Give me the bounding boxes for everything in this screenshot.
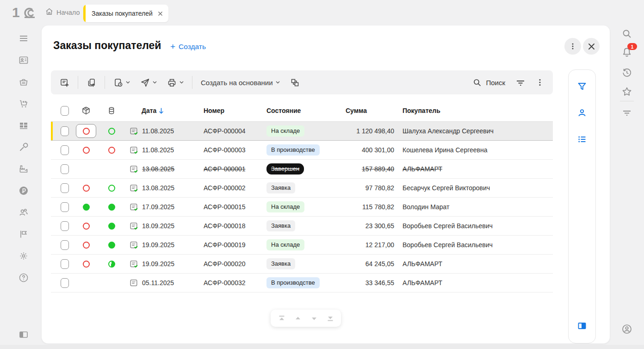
column-header-date[interactable]: Дата xyxy=(125,107,200,114)
print-button[interactable] xyxy=(162,74,189,91)
tools-wrench-icon[interactable] xyxy=(17,140,31,154)
document-icon xyxy=(130,222,138,231)
table-row[interactable]: 11.08.2025 АСФР-000004 На складе 1 120 4… xyxy=(51,122,553,141)
help-icon[interactable] xyxy=(17,271,31,285)
shipment-column-icon[interactable] xyxy=(74,106,98,115)
contacts-card-icon[interactable] xyxy=(17,53,31,67)
pay-status-icon xyxy=(108,204,115,211)
notifications-bell-icon[interactable]: 1 xyxy=(620,46,634,60)
menu-icon[interactable] xyxy=(17,31,31,45)
search-button[interactable]: Поиск xyxy=(468,74,510,91)
create-document-button[interactable] xyxy=(55,74,74,91)
row-date: 18.09.2025 xyxy=(142,222,174,230)
page-down-button[interactable] xyxy=(308,312,320,324)
document-schedule-button[interactable] xyxy=(108,74,135,91)
users-icon[interactable] xyxy=(17,206,31,219)
row-customer: Володин Марат xyxy=(402,203,450,211)
breadcrumb-home[interactable]: Начало xyxy=(45,8,80,17)
go-first-button[interactable] xyxy=(276,312,288,324)
coins-icon xyxy=(107,106,116,115)
window-close-button[interactable] xyxy=(583,38,600,55)
status-badge: На складе xyxy=(266,201,304,212)
dashboard-blocks-icon[interactable] xyxy=(17,118,31,132)
ship-status-cell xyxy=(76,219,96,233)
create-button-label: Создать xyxy=(179,43,206,51)
table-header: Дата Номер Состояние Сумма Покупатель xyxy=(51,100,553,122)
table-row[interactable]: 13.08.2025 АСФР-000002 Заявка 97 780,82 … xyxy=(51,179,553,198)
production-factory-icon[interactable] xyxy=(17,162,31,176)
linked-documents-button[interactable] xyxy=(285,74,305,91)
chevron-down-icon xyxy=(180,81,184,84)
responsible-person-icon[interactable] xyxy=(575,106,589,120)
toolbar-separator xyxy=(192,76,192,89)
money-ruble-icon[interactable] xyxy=(17,184,31,198)
create-based-on-button[interactable]: Создать на основании xyxy=(196,74,285,91)
row-checkbox[interactable] xyxy=(61,221,69,231)
toolbar-right-group: Поиск xyxy=(468,74,549,91)
right-rail-divider xyxy=(620,101,634,101)
favorites-star-icon[interactable] xyxy=(620,85,634,99)
row-date: 13.08.2025 xyxy=(142,184,174,192)
column-header-number[interactable]: Номер xyxy=(200,107,263,114)
ship-status-cell xyxy=(76,143,96,157)
flag-icon[interactable] xyxy=(17,227,31,241)
row-checkbox[interactable] xyxy=(61,164,69,174)
table-row[interactable]: 19.09.2025 АСФР-000020 Заявка 64 245,05 … xyxy=(51,255,553,274)
list-filter-button[interactable] xyxy=(510,74,531,91)
document-icon xyxy=(130,146,138,155)
table-row[interactable]: 18.09.2025 АСФР-000018 Заявка 23 300,65 … xyxy=(51,217,553,236)
copy-document-button[interactable] xyxy=(81,74,101,91)
column-header-sum[interactable]: Сумма xyxy=(341,107,394,114)
side-panel-toggle-icon[interactable] xyxy=(575,319,589,333)
global-search-icon[interactable] xyxy=(620,27,634,41)
notification-badge: 1 xyxy=(627,43,637,50)
home-icon xyxy=(45,8,53,17)
column-header-customer[interactable]: Покупатель xyxy=(394,107,553,114)
document-icon xyxy=(130,127,138,136)
create-button[interactable]: + Создать xyxy=(170,42,206,51)
tab-customer-orders[interactable]: Заказы покупателей xyxy=(83,5,168,22)
row-checkbox[interactable] xyxy=(61,202,69,212)
tab-close-icon[interactable] xyxy=(158,11,163,16)
document-icon xyxy=(130,184,138,193)
column-label-date: Дата xyxy=(142,107,156,114)
row-checkbox[interactable] xyxy=(61,183,69,193)
row-checkbox[interactable] xyxy=(61,126,69,136)
row-checkbox[interactable] xyxy=(61,240,69,250)
row-checkbox[interactable] xyxy=(61,278,69,288)
select-all-checkbox[interactable] xyxy=(61,106,69,116)
basket-icon[interactable] xyxy=(17,75,31,89)
history-icon[interactable] xyxy=(620,66,634,80)
pay-status-icon xyxy=(108,185,115,192)
cart-icon[interactable] xyxy=(17,97,31,111)
table-row[interactable]: 13.08.2025 АСФР-000001 Завершен 157 889,… xyxy=(51,160,553,179)
window-menu-button[interactable] xyxy=(564,38,581,55)
settings-gear-icon[interactable] xyxy=(17,249,31,263)
row-number: АСФР-000018 xyxy=(204,222,246,230)
row-date: 17.09.2025 xyxy=(142,203,174,211)
plus-icon: + xyxy=(170,42,175,51)
table-row[interactable]: 05.11.2025 АСФР-000032 В производстве 33… xyxy=(51,274,553,293)
table-row[interactable]: 19.09.2025 АСФР-000019 На складе 12 217,… xyxy=(51,236,553,255)
row-checkbox[interactable] xyxy=(61,259,69,269)
page-up-button[interactable] xyxy=(292,312,304,324)
more-menu-button[interactable] xyxy=(531,74,549,91)
send-button[interactable] xyxy=(135,74,162,91)
breadcrumb-label: Начало xyxy=(56,9,80,16)
table-row[interactable]: 17.09.2025 АСФР-000015 На складе 115 780… xyxy=(51,198,553,217)
panel-toggle-icon[interactable] xyxy=(17,328,31,342)
table-row[interactable]: 11.08.2025 АСФР-000003 В производстве 40… xyxy=(51,141,553,160)
row-date: 19.09.2025 xyxy=(142,260,174,268)
row-customer: Шалуха Александр Сергеевич xyxy=(402,127,494,135)
row-selection-marker xyxy=(51,122,53,140)
tab-active-marker xyxy=(83,5,86,22)
payment-column-icon[interactable] xyxy=(98,106,125,115)
list-settings-icon[interactable] xyxy=(575,132,589,146)
row-checkbox[interactable] xyxy=(61,145,69,155)
row-sum: 400 301,00 xyxy=(362,146,394,154)
account-icon[interactable] xyxy=(620,322,634,336)
function-menu-icon[interactable] xyxy=(620,106,634,119)
go-last-button[interactable] xyxy=(324,312,336,324)
filter-funnel-icon[interactable] xyxy=(575,80,589,93)
column-header-state[interactable]: Состояние xyxy=(263,107,341,114)
